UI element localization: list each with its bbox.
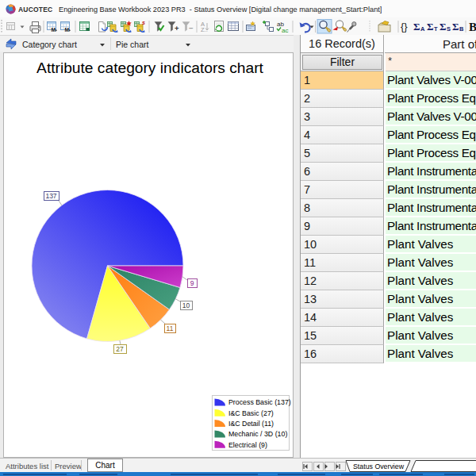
- svg-text:Σ: Σ: [413, 21, 420, 33]
- svg-text:s: s: [142, 20, 145, 25]
- svg-text:Σ: Σ: [440, 21, 447, 33]
- svg-text:−: −: [189, 24, 194, 33]
- svg-text:I&C Detail (11): I&C Detail (11): [228, 420, 274, 428]
- svg-text:Electrical (9): Electrical (9): [228, 441, 267, 449]
- svg-text:{}: {}: [401, 21, 408, 33]
- svg-text:27: 27: [116, 345, 124, 353]
- svg-text:S: S: [447, 25, 451, 33]
- svg-text:Process Basic (137): Process Basic (137): [228, 398, 291, 406]
- svg-text:10: 10: [182, 301, 190, 309]
- svg-text:T: T: [434, 25, 438, 33]
- svg-text:M: M: [52, 27, 56, 33]
- svg-text:Mechanic / 3D (10): Mechanic / 3D (10): [228, 430, 287, 438]
- svg-text:Σ: Σ: [452, 21, 459, 33]
- svg-text:11: 11: [167, 324, 174, 332]
- svg-text:M: M: [65, 27, 69, 33]
- svg-text:Status Overview: Status Overview: [353, 463, 405, 470]
- svg-text:+: +: [175, 24, 179, 33]
- svg-text:A: A: [420, 25, 425, 33]
- svg-text:137: 137: [45, 192, 56, 200]
- svg-text:9: 9: [190, 279, 194, 287]
- svg-text:B: B: [469, 21, 476, 33]
- svg-text:Σ: Σ: [427, 21, 434, 33]
- svg-text:Attribute category indicators: Attribute category indicators chart: [36, 60, 263, 76]
- svg-text:I&C Basic (27): I&C Basic (27): [228, 409, 274, 417]
- svg-text:B: B: [459, 25, 464, 33]
- svg-text:ac: ac: [282, 27, 288, 34]
